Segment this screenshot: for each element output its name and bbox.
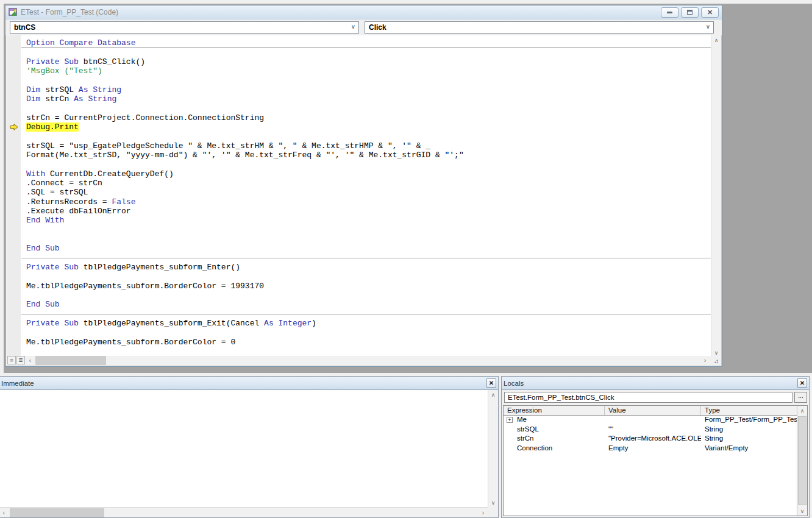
- code-line: Format(Me.txt_strSD, "yyyy-mm-dd") & "',…: [26, 151, 711, 160]
- resize-grip-icon: [714, 359, 719, 364]
- immediate-close-button[interactable]: ✕: [486, 378, 496, 388]
- scrollbar-corner: [488, 507, 498, 517]
- chevron-down-icon[interactable]: ∨: [706, 23, 710, 30]
- object-combobox[interactable]: btnCS ∨: [10, 21, 359, 34]
- code-line: .Execute dbFailOnError: [26, 207, 711, 216]
- code-line: [26, 225, 711, 235]
- scroll-left-button[interactable]: ‹: [26, 356, 35, 365]
- scroll-down-button[interactable]: ∨: [797, 506, 807, 516]
- close-icon: ✕: [489, 380, 494, 386]
- object-combobox-value: btnCS: [14, 23, 35, 32]
- code-line: Me.tblPledgePayments_subform.BorderColor…: [26, 282, 711, 291]
- combo-row: btnCS ∨ Click ∨: [5, 20, 722, 35]
- chevron-left-icon: ‹: [29, 357, 31, 364]
- code-line: strCn = CurrentProject.Connection.Connec…: [26, 113, 711, 122]
- code-window-bottom-bar: ≡ ≣ ‹ ›: [7, 356, 720, 365]
- code-line: 'MsgBox ("Test"): [26, 66, 711, 76]
- chevron-down-icon: ∨: [800, 508, 805, 514]
- locals-row[interactable]: strCn"Provider=Microsoft.ACE.OLEDB.1Stri…: [504, 435, 807, 444]
- full-module-view-button[interactable]: ≣: [16, 356, 25, 364]
- locals-row[interactable]: ConnectionEmptyVariant/Empty: [504, 444, 807, 454]
- procedure-view-button[interactable]: ≡: [7, 356, 16, 364]
- restore-button[interactable]: [681, 7, 699, 18]
- horizontal-scrollbar-thumb[interactable]: [10, 508, 104, 517]
- horizontal-scrollbar-thumb[interactable]: [35, 356, 106, 365]
- scroll-up-button[interactable]: ∧: [711, 35, 721, 44]
- locals-vertical-scrollbar[interactable]: ∧ ∨: [797, 406, 807, 516]
- scroll-down-button[interactable]: ∨: [488, 498, 498, 507]
- chevron-down-icon: ∨: [491, 500, 496, 506]
- procedure-combobox[interactable]: Click ∨: [365, 21, 714, 34]
- vertical-scrollbar-thumb[interactable]: [798, 416, 807, 505]
- procedure-separator: [26, 310, 711, 319]
- breakpoint-margin[interactable]: [7, 35, 21, 357]
- locals-titlebar[interactable]: Locals ✕: [502, 377, 809, 390]
- minimize-button[interactable]: [661, 7, 678, 18]
- code-line: strSQL = "usp_EgatePledgeSchedule " & Me…: [26, 141, 711, 151]
- chevron-down-icon[interactable]: ∨: [351, 23, 355, 30]
- chevron-up-icon: ∧: [491, 392, 496, 398]
- immediate-vertical-scrollbar[interactable]: ∧ ∨: [488, 390, 498, 507]
- locals-row[interactable]: +MeForm_PP_Test/Form_PP_Test: [504, 416, 807, 425]
- scroll-left-button[interactable]: ‹: [0, 508, 9, 517]
- code-line: [26, 272, 711, 281]
- scroll-right-button[interactable]: ›: [700, 356, 710, 365]
- code-window-titlebar[interactable]: ETest - Form_PP_Test (Code) ✕: [5, 5, 722, 20]
- scroll-right-button[interactable]: ›: [479, 508, 488, 517]
- column-header-type[interactable]: Type: [701, 406, 797, 415]
- code-line: Dim strCn As String: [26, 94, 711, 104]
- code-horizontal-scrollbar[interactable]: ‹ ›: [26, 356, 710, 365]
- code-line: End Sub: [26, 300, 711, 309]
- code-line: [26, 328, 711, 337]
- code-line: Private Sub btnCS_Click(): [26, 57, 711, 66]
- procedure-combobox-value: Click: [369, 23, 386, 32]
- code-window-title: ETest - Form_PP_Test (Code): [21, 8, 118, 16]
- scroll-up-button[interactable]: ∧: [797, 406, 807, 415]
- locals-grid: Expression Value Type +MeForm_PP_Test/Fo…: [503, 405, 808, 516]
- code-line: [26, 76, 711, 85]
- code-line: [26, 160, 711, 169]
- code-editor[interactable]: Option Compare DatabasePrivate Sub btnCS…: [7, 35, 721, 357]
- code-lines[interactable]: Option Compare DatabasePrivate Sub btnCS…: [21, 35, 711, 357]
- immediate-title: Immediate: [1, 380, 34, 387]
- immediate-window: Immediate ✕ ∧ ∨ ‹ ›: [0, 376, 499, 518]
- code-line: [26, 235, 711, 244]
- locals-title: Locals: [504, 380, 524, 387]
- scroll-up-button[interactable]: ∧: [488, 390, 498, 399]
- code-line: [26, 291, 711, 300]
- code-window: ETest - Form_PP_Test (Code) ✕ btnCS ∨ Cl…: [5, 5, 722, 367]
- locals-row[interactable]: strSQL""String: [504, 425, 807, 435]
- immediate-titlebar[interactable]: Immediate ✕: [0, 377, 498, 390]
- immediate-content[interactable]: ∧ ∨ ‹ ›: [0, 390, 498, 517]
- code-line: [26, 48, 711, 57]
- chevron-up-icon: ∧: [800, 408, 805, 414]
- resize-grip[interactable]: [710, 356, 720, 365]
- locals-window: Locals ✕ ETest.Form_PP_Test.btnCS_Click …: [501, 376, 810, 518]
- chevron-right-icon: ›: [704, 357, 706, 364]
- code-line: Debug.Print: [26, 122, 711, 132]
- call-stack-button[interactable]: ...: [794, 392, 807, 403]
- code-line: .ReturnsRecords = False: [26, 197, 711, 207]
- code-line: [26, 104, 711, 113]
- window-controls: ✕: [661, 7, 719, 18]
- locals-rows: +MeForm_PP_Test/Form_PP_TeststrSQL""Stri…: [504, 416, 807, 453]
- code-line: Private Sub tblPledgePayments_subform_En…: [26, 263, 711, 272]
- code-line: [26, 132, 711, 141]
- close-button[interactable]: ✕: [701, 7, 719, 18]
- column-header-value[interactable]: Value: [605, 406, 701, 415]
- restore-icon: [687, 10, 693, 15]
- locals-header-row: Expression Value Type: [504, 406, 807, 416]
- code-line: .Connect = strCn: [26, 179, 711, 188]
- code-line: With CurrentDb.CreateQueryDef(): [26, 169, 711, 179]
- expand-icon[interactable]: +: [507, 417, 513, 423]
- immediate-horizontal-scrollbar[interactable]: ‹ ›: [0, 507, 488, 517]
- close-icon: ✕: [800, 380, 805, 386]
- procedure-separator: [26, 254, 711, 263]
- locals-context-field[interactable]: ETest.Form_PP_Test.btnCS_Click: [504, 392, 792, 403]
- code-vertical-scrollbar[interactable]: ∧ ∨: [711, 35, 721, 357]
- code-line: End With: [26, 216, 711, 225]
- vba-code-window-icon: [9, 8, 18, 16]
- locals-close-button[interactable]: ✕: [797, 378, 807, 388]
- column-header-expression[interactable]: Expression: [504, 406, 605, 415]
- close-icon: ✕: [707, 9, 713, 16]
